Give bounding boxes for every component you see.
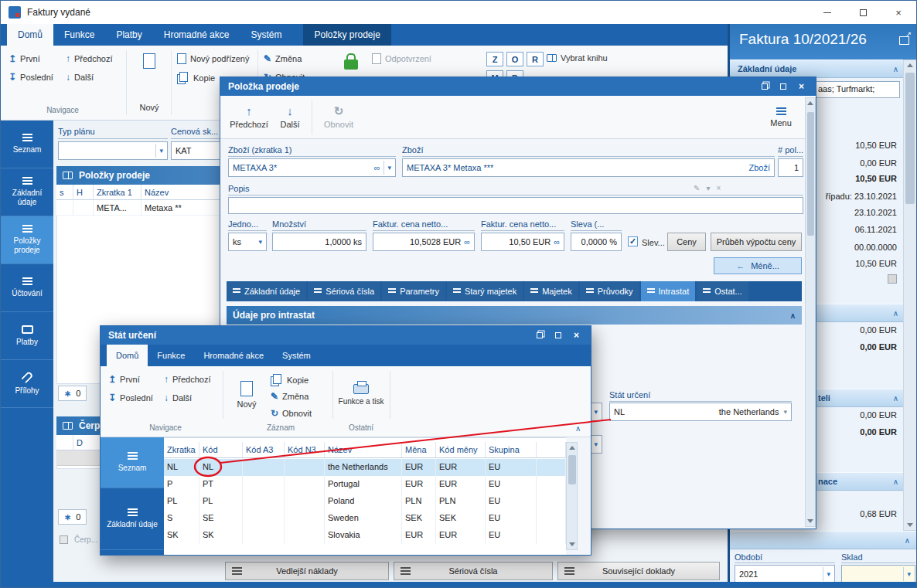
change-button[interactable]: ✎Změna (264, 53, 302, 64)
dropdown-icon[interactable]: ▾ (706, 184, 710, 192)
close-button[interactable]: × (881, 1, 916, 24)
table-row-sweden[interactable]: S SE Sweden SEK SEK EU (164, 510, 566, 527)
minimize-button[interactable] (810, 1, 845, 24)
close-button[interactable]: × (570, 330, 583, 342)
col-kod-a3[interactable]: Kód A3 (243, 442, 285, 457)
section-header-zakladni-udaje[interactable]: Základní údaje ∧ (730, 59, 905, 78)
new-child-button[interactable]: Nový podřízený (177, 53, 249, 64)
ribbon-tab-polozky-prodeje[interactable]: Položky prodeje (303, 24, 390, 46)
flag-z-button[interactable]: Z (486, 52, 503, 66)
tab-majetek[interactable]: Majetek (524, 281, 578, 301)
new-button[interactable]: Nový (229, 371, 264, 419)
scroll-up-icon[interactable] (569, 446, 575, 450)
jednotka-combo[interactable]: ks▾ (228, 233, 267, 251)
panel-scrollbar[interactable] (903, 59, 917, 531)
ribbon-tab-platby[interactable]: Platby (105, 24, 152, 46)
last-button[interactable]: ↧Poslední (9, 72, 53, 83)
scroll-down-icon[interactable] (907, 523, 913, 527)
sidebar-item-polozky-prodeje[interactable]: Položky prodeje (1, 216, 53, 264)
tab-seriova-cisla[interactable]: Sériová čísla (308, 281, 380, 301)
sidebar-item-zakladni-udaje[interactable]: Základní údaje (1, 168, 53, 216)
table-row-slovakia[interactable]: SK SK Slovakia EUR EUR EU (164, 527, 566, 544)
next-button[interactable]: ↓Další (66, 72, 94, 83)
first-button[interactable]: ↥První (9, 53, 40, 64)
col-kod-n3[interactable]: Kód N3 (285, 442, 325, 457)
zbozi-zkratka-field[interactable]: METAXA 3*∞▾ (228, 158, 396, 177)
ribbon-tab-funkce[interactable]: Funkce (53, 24, 105, 46)
obdobi-combo[interactable]: 2021▾ (735, 565, 835, 583)
tab-system[interactable]: Systém (273, 345, 320, 366)
tab-hromadne-akce[interactable]: Hromadné akce (194, 345, 273, 366)
seriova-cisla-button[interactable]: Sériová čísla (394, 562, 553, 580)
last-button[interactable]: ↧Poslední (108, 393, 153, 403)
scroll-thumb[interactable] (905, 73, 915, 204)
table-scrollbar[interactable] (566, 442, 578, 550)
ribbon-collapse-icon[interactable]: ∧ (575, 424, 581, 433)
prubeh-vypoctu-button[interactable]: Průběh výpočtu ceny (711, 233, 802, 251)
sidebar-item-platby[interactable]: Platby (1, 312, 53, 360)
ribbon-tab-system[interactable]: Systém (240, 24, 292, 46)
typ-planu-combo[interactable]: ▾ (58, 141, 168, 160)
edit-icon[interactable]: ✎ (694, 184, 700, 192)
col-kod[interactable]: Kód (199, 442, 243, 457)
open-window-icon[interactable]: ↗ (899, 36, 909, 45)
vedlejsi-naklady-button[interactable]: Vedlejší náklady (225, 562, 389, 580)
scroll-up-icon[interactable] (907, 63, 913, 67)
ribbon-tab-hromadne-akce[interactable]: Hromadné akce (153, 24, 240, 46)
col-s[interactable]: s (56, 185, 73, 200)
scroll-down-icon[interactable] (807, 519, 813, 523)
pol-field[interactable]: 1 (778, 158, 803, 177)
ribbon-tab-domu[interactable]: Domů (7, 24, 53, 46)
copy-button[interactable]: Kopie (177, 72, 215, 83)
cena-netto1-field[interactable]: 10,5028 EUR∞ (373, 233, 475, 251)
new-button[interactable]: Nový (131, 49, 168, 117)
tab-parametry[interactable]: Parametry (382, 281, 445, 301)
close-button[interactable]: × (795, 81, 808, 93)
flag-o-button[interactable]: O (506, 52, 523, 66)
copy-button[interactable]: Kopie (271, 374, 309, 386)
sklad-combo[interactable]: ▾ (841, 565, 915, 583)
col-mena[interactable]: Měna (402, 442, 436, 457)
souvisejici-doklady-button[interactable]: Související doklady (557, 562, 720, 580)
sidebar-item-seznam[interactable]: Seznam (1, 121, 53, 168)
scroll-down-icon[interactable] (569, 542, 575, 546)
next-button[interactable]: ↓Další (164, 393, 192, 403)
tab-intrastat[interactable]: Intrastat (641, 281, 696, 301)
col-skupina[interactable]: Skupina (486, 442, 537, 457)
zbozi-link[interactable]: Zboží (748, 163, 770, 172)
unconfirm-button[interactable]: Odpotvrzení (372, 53, 431, 64)
select-book-button[interactable]: Vybrat knihu (547, 53, 608, 63)
previous-button[interactable]: ↑Předchozí (164, 374, 211, 385)
table-row-poland[interactable]: PL PL Poland PLN PLN EU (164, 493, 566, 510)
checkbox[interactable] (888, 274, 897, 284)
dialog-scrollbar[interactable] (805, 97, 816, 527)
funkce-a-tisk-button[interactable]: Funkce a tisk (337, 371, 385, 419)
menu-button[interactable]: Menu (762, 99, 800, 136)
popout-button[interactable] (533, 330, 546, 342)
scroll-up-icon[interactable] (807, 101, 813, 105)
refresh-button[interactable]: ↻Obnovit (318, 99, 360, 136)
sidebar-item-uctovani[interactable]: Účtování (1, 264, 53, 312)
col-zkratka[interactable]: Zkratka (164, 442, 199, 457)
flag-r-button[interactable]: R (527, 52, 544, 66)
col-h[interactable]: H (73, 185, 94, 200)
col-nazev[interactable]: Název (325, 442, 402, 457)
sidebar-item-seznam[interactable]: Seznam (101, 437, 164, 488)
ceny-button[interactable]: Ceny (667, 233, 706, 251)
sidebar-item-zakladni-udaje[interactable]: Základní údaje (101, 488, 164, 550)
sidebar-item-prilohy[interactable]: Přílohy (1, 360, 53, 408)
sleva-checkbox[interactable]: ✓ (628, 236, 638, 246)
previous-button[interactable]: ↑Předchozí (227, 99, 271, 136)
scroll-thumb[interactable] (807, 112, 814, 236)
first-button[interactable]: ↥První (108, 374, 140, 385)
refresh-button[interactable]: ↻Obnovit (271, 408, 312, 419)
next-button[interactable]: ↓Další (273, 99, 307, 136)
tab-ostatni[interactable]: Ostat... (697, 281, 748, 301)
tab-pruvodky[interactable]: Průvodky (580, 281, 639, 301)
table-row-netherlands[interactable]: NL NL the Netherlands EUR EUR EU (164, 459, 566, 476)
previous-button[interactable]: ↑Předchozí (66, 53, 113, 64)
mene-button[interactable]: ←Méně... (714, 257, 802, 274)
tab-domu[interactable]: Domů (107, 345, 148, 366)
table-row-portugal[interactable]: P PT Portugal EUR EUR EU (164, 476, 566, 493)
tab-funkce[interactable]: Funkce (148, 345, 194, 366)
